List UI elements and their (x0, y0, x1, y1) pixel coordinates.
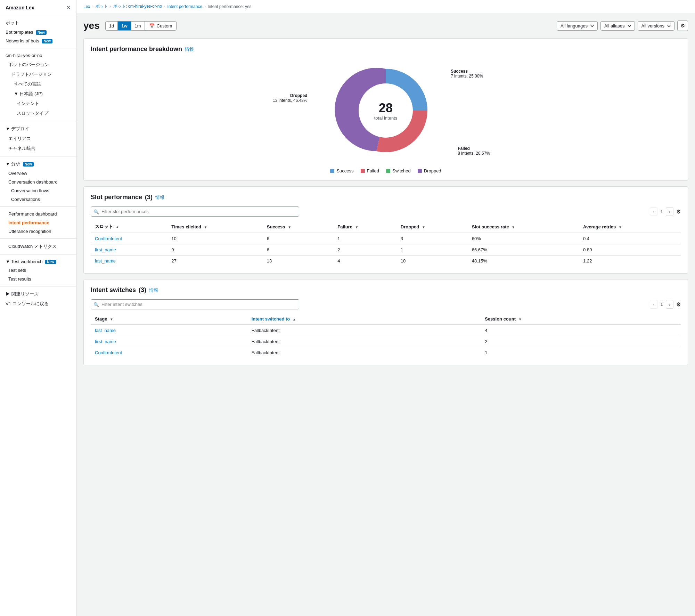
sidebar-item-slot-types[interactable]: スロットタイプ (0, 108, 76, 118)
table-row: ConfirmIntent 10 6 1 3 60% 0.4 (91, 233, 681, 244)
breadcrumb-cm-hirai[interactable]: ボット: cm-hirai-yes-or-no (113, 3, 162, 9)
slot-performance-table: スロット ▲ Times elicited ▼ Success ▼ Failur… (91, 221, 681, 266)
slot-performance-info-link[interactable]: 情報 (155, 194, 164, 201)
slot-link-last-name[interactable]: last_name (95, 258, 116, 264)
th-slot-success-rate[interactable]: Slot success rate ▼ (468, 221, 579, 233)
sidebar-item-cm-hirai[interactable]: cm-hirai-yes-or-no (0, 51, 76, 60)
filter-group: All languages All aliases All versions ⚙ (557, 21, 688, 31)
sidebar-item-japanese[interactable]: ▼ 日本語 (JP) (0, 89, 76, 99)
switches-prev-button[interactable]: ‹ (650, 300, 657, 309)
filter-languages[interactable]: All languages (557, 21, 598, 31)
sidebar-item-performance-dashboard[interactable]: Performance dashboard (0, 210, 76, 218)
filter-aliases[interactable]: All aliases (600, 21, 635, 31)
td-rate-2: 66.67% (468, 244, 579, 256)
sidebar-item-deploy[interactable]: ▼ デプロイ (0, 124, 76, 134)
legend-success-label: Success (336, 168, 353, 173)
th-stage[interactable]: Stage ▼ (91, 314, 247, 325)
switches-next-button[interactable]: › (666, 300, 673, 309)
breadcrumb-lex[interactable]: Lex (83, 4, 90, 9)
sidebar-item-bot[interactable]: ボット (0, 18, 76, 28)
sort-icon-slot: ▲ (116, 225, 119, 229)
chevron-down-icon (590, 25, 594, 27)
success-label-title: Success (451, 69, 483, 74)
sidebar-item-all-languages[interactable]: すべての言語 (0, 79, 76, 89)
sidebar-item-networks-of-bots[interactable]: Networks of bots New (0, 37, 76, 45)
legend-switched-dot (386, 169, 390, 173)
sidebar-item-cloudwatch[interactable]: CloudWatch メトリクス (0, 242, 76, 251)
sort-icon-retries: ▼ (619, 225, 622, 229)
td-intent-3: FallbackIntent (247, 347, 481, 358)
intent-switches-info-link[interactable]: 情報 (149, 287, 158, 293)
th-slot[interactable]: スロット ▲ (91, 221, 167, 233)
td-dropped-2: 1 (396, 244, 468, 256)
sidebar-item-bot-versions[interactable]: ボットのバージョン (0, 60, 76, 70)
sidebar-item-draft-version[interactable]: ドラフトバージョン (0, 70, 76, 79)
sidebar-close-button[interactable]: ✕ (66, 4, 71, 11)
breadcrumb-intent-perf[interactable]: Intent performance (167, 4, 202, 9)
sidebar-item-conversations[interactable]: Conversations (0, 195, 76, 204)
new-badge-test: New (45, 260, 56, 264)
slot-prev-button[interactable]: ‹ (650, 207, 657, 216)
slot-next-button[interactable]: › (666, 207, 673, 216)
th-success[interactable]: Success ▼ (263, 221, 333, 233)
sidebar-item-related-resources[interactable]: ▶ 関連リソース (0, 289, 76, 299)
table-row: first_name 9 6 2 1 66.67% 0.89 (91, 244, 681, 256)
sidebar-item-analytics[interactable]: ▼ 分析 New (0, 159, 76, 169)
sort-icon-session: ▼ (518, 317, 522, 321)
intent-breakdown-info-link[interactable]: 情報 (185, 46, 194, 52)
switches-page-number: 1 (660, 302, 663, 307)
legend-failed-label: Failed (367, 168, 379, 173)
failed-label: Failed 8 intents, 28.57% (458, 146, 490, 156)
switches-table-body: last_name FallbackIntent 4 first_name Fa… (91, 325, 681, 358)
sidebar-item-test-workbench[interactable]: ▼ Test workbench New (0, 257, 76, 266)
sidebar-item-bot-templates[interactable]: Bot templates New (0, 28, 76, 37)
slot-link-first-name[interactable]: first_name (95, 247, 116, 252)
sidebar-item-intent-performance[interactable]: Intent performance (0, 218, 76, 227)
slot-search-wrap: 🔍 (91, 206, 299, 217)
switch-stage-last-name[interactable]: last_name (95, 328, 116, 333)
time-btn-1m[interactable]: 1m (131, 22, 145, 30)
switch-stage-confirm[interactable]: ConfirmIntent (95, 350, 122, 355)
th-times-elicited[interactable]: Times elicited ▼ (167, 221, 263, 233)
time-btn-1d[interactable]: 1d (106, 22, 118, 30)
sidebar-header: Amazon Lex ✕ (0, 0, 76, 15)
slot-link-confirm[interactable]: ConfirmIntent (95, 236, 122, 241)
sidebar-item-test-results[interactable]: Test results (0, 275, 76, 283)
td-failure-2: 2 (333, 244, 396, 256)
sidebar-item-alias[interactable]: エイリアス (0, 134, 76, 144)
sidebar-item-utterance-recognition[interactable]: Utterance recognition (0, 227, 76, 236)
time-btn-custom[interactable]: 📅 Custom (145, 22, 177, 30)
th-session-count[interactable]: Session count ▼ (481, 314, 681, 325)
switches-settings-gear[interactable]: ⚙ (676, 301, 681, 308)
th-average-retries[interactable]: Average retries ▼ (579, 221, 681, 233)
switch-stage-first-name[interactable]: first_name (95, 339, 116, 344)
chart-center: 28 total intents (374, 101, 398, 121)
chevron-down-icon-2 (628, 25, 631, 27)
slot-settings-gear[interactable]: ⚙ (676, 209, 681, 215)
th-dropped[interactable]: Dropped ▼ (396, 221, 468, 233)
sidebar-item-intents[interactable]: インテント (0, 99, 76, 108)
intent-breakdown-title-text: Intent performance breakdown (91, 46, 182, 53)
filter-versions[interactable]: All versions (638, 21, 674, 31)
sidebar-item-test-sets[interactable]: Test sets (0, 266, 76, 275)
switches-search-input[interactable] (91, 299, 299, 309)
th-intent-switched-to[interactable]: Intent switched to ▲ (247, 314, 481, 325)
th-failure[interactable]: Failure ▼ (333, 221, 396, 233)
slot-search-input[interactable] (91, 206, 299, 217)
sidebar-item-overview[interactable]: Overview (0, 169, 76, 178)
intent-breakdown-title: Intent performance breakdown 情報 (91, 46, 681, 53)
sidebar-item-conversation-dashboard[interactable]: Conversation dashboard (0, 178, 76, 186)
sidebar-item-v1-console[interactable]: V1 コンソールに戻る (0, 299, 76, 309)
legend-dropped: Dropped (418, 168, 441, 173)
sidebar-item-channel[interactable]: チャネル統合 (0, 144, 76, 153)
td-session-2: 2 (481, 336, 681, 347)
table-row: last_name 27 13 4 10 48.15% 1.22 (91, 256, 681, 267)
td-rate-1: 60% (468, 233, 579, 244)
time-btn-1w[interactable]: 1w (118, 22, 131, 30)
breadcrumb-bot[interactable]: ボット (96, 3, 108, 9)
sort-icon-failure: ▼ (355, 225, 358, 229)
settings-gear-button[interactable]: ⚙ (677, 21, 688, 31)
sidebar-item-conversation-flows[interactable]: Conversation flows (0, 186, 76, 195)
sidebar-navigation: ボット Bot templates New Networks of bots N… (0, 15, 76, 311)
legend-dropped-label: Dropped (424, 168, 441, 173)
